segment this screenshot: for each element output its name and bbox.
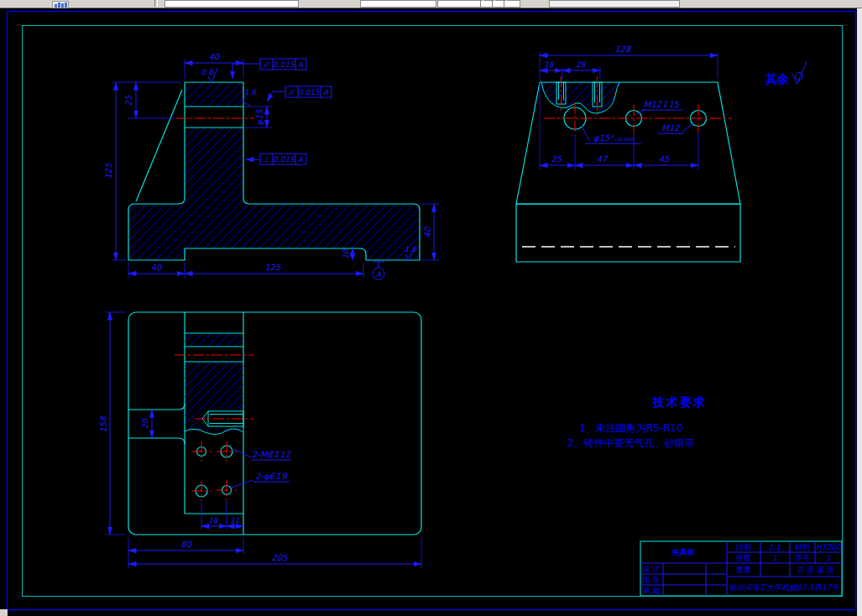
- toolbar-strip: [0, 0, 862, 8]
- tech-req-item: 1、未注圆角为R5-R10: [579, 422, 683, 434]
- qty-value: 1: [772, 554, 777, 562]
- fcf-tolerance: 0.015: [298, 88, 321, 97]
- organization-line: 哈尔滨理工大学机械03-1班17号: [729, 583, 840, 592]
- sheet-outer-frame: [8, 12, 856, 610]
- front-section-view: 40 25 125 φ15 40 125 40 10: [104, 52, 439, 279]
- fcf-symbol: //: [263, 60, 270, 69]
- toolbar-separator: [154, 0, 158, 7]
- general-roughness-note: 其余: [765, 61, 807, 86]
- material-label: 材料: [794, 543, 810, 551]
- hatch-area: [185, 362, 243, 431]
- hatch-area: [185, 333, 243, 347]
- scale-label: 比例: [736, 543, 751, 551]
- hatch-area: [185, 128, 243, 204]
- window-corner-chip: [0, 609, 8, 616]
- toolbar-combo-1[interactable]: [165, 0, 299, 8]
- dim-phi15: φ15: [255, 109, 265, 126]
- roughness-value: 0.8: [201, 68, 215, 76]
- part-name: 夹具体: [671, 548, 695, 556]
- fcf-symbol: //: [288, 88, 295, 97]
- fcf-parallelism-2: // 0.015 A: [267, 86, 332, 102]
- dim-25: 25: [551, 154, 562, 164]
- callout-m12: M12: [661, 123, 680, 133]
- datum-letter: A: [376, 270, 382, 279]
- fcf-datum: A: [323, 88, 329, 97]
- toolbar-separator: [504, 0, 507, 7]
- rib-edge: [128, 404, 185, 410]
- plan-view: 20 2-M8↧12 2-φ6↧9: [99, 312, 421, 568]
- hatch-area: [128, 204, 420, 260]
- dim-top-width: 40: [209, 52, 221, 61]
- dim-158: 158: [99, 415, 108, 433]
- dim-47: 47: [597, 154, 609, 164]
- weight-label: 重量: [736, 566, 751, 574]
- dim-45: 45: [659, 154, 670, 164]
- toolbar-separator: [492, 0, 495, 7]
- roughness-value: 1.6: [405, 245, 418, 253]
- hole-callout: 2-M8↧12 2-φ6↧9: [232, 449, 291, 488]
- dim-18: 18: [544, 60, 555, 69]
- toolbar-combo-4[interactable]: [549, 0, 680, 8]
- callout-m12-depth: M12↧15: [644, 100, 680, 109]
- cad-application-window: 40 25 125 φ15 40 125 40 10: [0, 0, 862, 616]
- dim-28: 28: [576, 60, 587, 69]
- tapped-hole-side: [195, 411, 253, 426]
- tech-req-title: 技术要求: [652, 395, 707, 409]
- dim-18: 18: [208, 516, 219, 525]
- fcf-datum: A: [298, 60, 304, 69]
- guide-label: 指 导: [642, 576, 661, 584]
- datum-symbol: A: [373, 262, 384, 279]
- toolbar-combo-2[interactable]: [360, 0, 436, 8]
- dim-11: 11: [230, 516, 240, 525]
- top-view: 128 18 28 25 47 45 M12↧15 φ15⁰₋₀.₀₁₈: [516, 44, 740, 262]
- fcf-symbol: ⊥: [263, 155, 269, 164]
- sheet-inner-frame: [23, 26, 843, 597]
- material-value: HT200: [816, 543, 842, 551]
- cad-canvas[interactable]: 40 25 125 φ15 40 125 40 10: [0, 0, 862, 616]
- check-label: 审 核: [643, 587, 661, 595]
- callout-phi6: 2-φ6↧9: [255, 472, 288, 482]
- design-label: 设 计: [643, 565, 661, 573]
- dim-notch-10: 10: [342, 248, 350, 259]
- dim-80: 80: [181, 540, 193, 549]
- roughness-value: 1.6: [244, 88, 258, 97]
- dim-205: 205: [271, 553, 288, 562]
- rest-label: 其余: [765, 72, 789, 86]
- dim-right-40: 40: [423, 226, 432, 238]
- dim-128: 128: [614, 44, 632, 54]
- pages-label: 共 页 第 页: [797, 566, 835, 574]
- chart-columns-icon[interactable]: [52, 1, 69, 8]
- title-block: 夹具体 设 计 指 导 审 核 比例 1:1 材料 HT200 件数 1 序号 …: [640, 541, 842, 596]
- fcf-tolerance: 0.015: [273, 155, 295, 164]
- toolbar-combo-3[interactable]: [437, 0, 520, 8]
- fcf-perpendicularity: ⊥ 0.015 A: [246, 154, 306, 164]
- dim-base-125: 125: [264, 263, 281, 272]
- qty-label: 件数: [735, 554, 751, 562]
- window-edge-strip: [857, 0, 862, 616]
- hatch-area: [185, 82, 243, 107]
- dim-base-40: 40: [151, 263, 163, 272]
- plan-holes: [191, 441, 237, 501]
- dim-125: 125: [104, 163, 113, 180]
- rib-edge: [128, 438, 185, 444]
- rib-edge: [136, 90, 182, 201]
- dim-25: 25: [124, 95, 133, 106]
- scale-value: 1:1: [769, 543, 781, 551]
- serial-value: 1: [826, 554, 831, 562]
- callout-m8: 2-M8↧12: [252, 450, 291, 459]
- serial-label: 序号: [795, 554, 810, 562]
- callout-phi15-tol: φ15⁰₋₀.₀₁₈: [593, 133, 635, 144]
- fcf-tolerance: 0.015: [273, 60, 295, 69]
- fcf-datum: A: [298, 155, 304, 164]
- dim-20: 20: [141, 418, 149, 429]
- tech-req-item: 2、铸件中要无气孔、砂眼等: [567, 437, 695, 449]
- technical-requirements: 技术要求 1、未注圆角为R5-R10 2、铸件中要无气孔、砂眼等: [567, 395, 707, 449]
- toolbar-separator: [480, 0, 483, 7]
